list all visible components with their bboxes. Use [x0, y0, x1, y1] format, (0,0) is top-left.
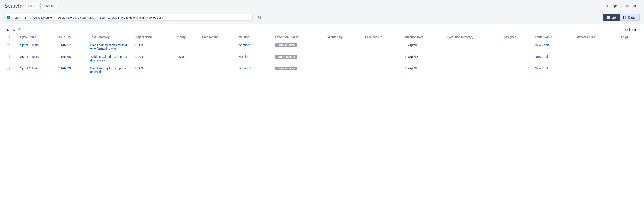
detail-icon — [623, 16, 626, 19]
project-name-cell[interactable]: TITAN — [132, 64, 174, 76]
save-button[interactable]: Save — [25, 3, 38, 9]
range-from: 1 — [4, 28, 6, 32]
results-table-wrap: Cycle NameIssue KeyTest SummaryProject N… — [0, 33, 644, 76]
page-title: Search — [4, 3, 21, 9]
column-header[interactable]: Project Name — [132, 33, 174, 41]
execution-status-cell: UNEXECUTED — [273, 64, 323, 76]
query-input[interactable] — [12, 16, 250, 19]
gear-icon — [625, 4, 629, 8]
column-header[interactable]: Executed By — [324, 33, 363, 41]
checkbox-cell — [4, 64, 18, 76]
folder-name-cell[interactable]: New Folder — [533, 41, 572, 53]
list-view-button[interactable]: List — [603, 14, 620, 21]
export-icon — [606, 4, 610, 8]
version-cell[interactable]: Version 1.0 — [237, 64, 273, 76]
range-to: 6 — [7, 28, 9, 32]
issue-key-cell[interactable]: TITAN-68 — [56, 53, 88, 64]
columns-menu[interactable]: Columns ▾ — [625, 28, 640, 31]
column-header[interactable]: Folder Name — [533, 33, 572, 41]
priority-cell — [174, 41, 200, 53]
total: 6 — [13, 28, 15, 32]
tools-label: Tools — [630, 4, 637, 8]
defects-cell — [445, 41, 502, 53]
execution-status-cell: UNEXECUTED — [273, 53, 323, 64]
refresh-icon[interactable] — [18, 28, 21, 31]
column-header[interactable]: Assignee — [502, 33, 532, 41]
search-row: ✓ List Detail — [0, 12, 644, 24]
executed-by-cell — [324, 41, 363, 53]
test-summary-cell[interactable]: Email sorting API supports pagination — [88, 64, 132, 76]
estimated-time-cell — [572, 41, 619, 53]
of-word: of — [10, 28, 12, 32]
tools-menu[interactable]: Tools ▾ — [625, 4, 640, 8]
detail-label: Detail — [628, 16, 636, 19]
table-row: Sprint 1 TestsTITAN-37Email editing allo… — [4, 41, 640, 53]
test-summary-cell[interactable]: Email editing allows for text only forma… — [88, 41, 132, 53]
select-all-checkbox[interactable] — [6, 35, 10, 38]
svg-point-0 — [258, 16, 260, 18]
status-badge[interactable]: UNEXECUTED — [275, 43, 297, 47]
table-body: Sprint 1 TestsTITAN-37Email editing allo… — [4, 41, 640, 76]
folder-name-cell[interactable]: New Folder — [533, 53, 572, 64]
export-label: Export — [611, 4, 620, 8]
columns-label: Columns — [625, 28, 637, 31]
column-header[interactable]: Component — [200, 33, 237, 41]
query-box[interactable]: ✓ — [4, 14, 252, 21]
test-summary-cell[interactable]: Validate calendar sorting by date works — [88, 53, 132, 64]
version-cell[interactable]: Version 1.0 — [237, 41, 273, 53]
defects-cell — [445, 53, 502, 64]
row-checkbox[interactable] — [6, 43, 10, 47]
detail-view-button[interactable]: Detail — [620, 14, 640, 21]
checkbox-cell — [4, 53, 18, 64]
caret-down-icon: ▾ — [621, 5, 622, 7]
column-header[interactable]: Logg — [619, 33, 640, 41]
executed-on-cell — [363, 64, 402, 76]
column-header[interactable]: Execution Status — [273, 33, 323, 41]
column-header[interactable]: Executed On — [363, 33, 402, 41]
priority-cell — [174, 64, 200, 76]
column-header[interactable]: Cycle Name — [18, 33, 56, 41]
execution-status-cell: UNEXECUTED — [273, 41, 323, 53]
folder-name-cell[interactable]: New Folder — [533, 64, 572, 76]
column-header[interactable]: Execution Defect(s) — [445, 33, 502, 41]
version-cell[interactable]: Version 1.0 — [237, 53, 273, 64]
caret-down-icon: ▾ — [638, 5, 640, 7]
component-cell — [200, 41, 237, 53]
column-header[interactable]: Issue Key — [56, 33, 88, 41]
results-count: 1-6 of 6 — [4, 28, 21, 32]
project-name-cell[interactable]: TITAN — [132, 41, 174, 53]
table-row: Sprint 1 TestsTITAN-36Email sorting API … — [4, 64, 640, 76]
view-toggle: List Detail — [603, 14, 640, 21]
save-as-button[interactable]: Save as — [40, 3, 57, 9]
column-header[interactable]: Creation Date — [403, 33, 445, 41]
executed-by-cell — [324, 64, 363, 76]
executed-on-cell — [363, 41, 402, 53]
priority-cell: Lowest — [174, 53, 200, 64]
component-cell — [200, 53, 237, 64]
assignee-cell — [502, 53, 532, 64]
row-checkbox[interactable] — [6, 55, 10, 58]
row-checkbox[interactable] — [6, 67, 10, 70]
search-icon[interactable] — [257, 15, 262, 20]
column-header[interactable]: Priority — [174, 33, 200, 41]
logged-cell — [619, 53, 640, 64]
column-header[interactable]: Estimated Time — [572, 33, 619, 41]
project-name-cell[interactable]: TITAN — [132, 53, 174, 64]
column-header[interactable]: Test Summary — [88, 33, 132, 41]
export-menu[interactable]: Export ▾ — [606, 4, 622, 8]
defects-cell — [445, 64, 502, 76]
svg-line-1 — [260, 18, 262, 19]
logged-cell — [619, 41, 640, 53]
logged-cell — [619, 64, 640, 76]
executed-on-cell — [363, 53, 402, 64]
component-cell — [200, 64, 237, 76]
issue-key-cell[interactable]: TITAN-36 — [56, 64, 88, 76]
cycle-name-cell[interactable]: Sprint 1 Tests — [18, 41, 56, 53]
column-header[interactable]: Version — [237, 33, 273, 41]
issue-key-cell[interactable]: TITAN-37 — [56, 41, 88, 53]
cycle-name-cell[interactable]: Sprint 1 Tests — [18, 53, 56, 64]
status-badge[interactable]: UNEXECUTED — [275, 55, 297, 59]
cycle-name-cell[interactable]: Sprint 1 Tests — [18, 64, 56, 76]
status-badge[interactable]: UNEXECUTED — [275, 67, 297, 70]
assignee-cell — [502, 41, 532, 53]
